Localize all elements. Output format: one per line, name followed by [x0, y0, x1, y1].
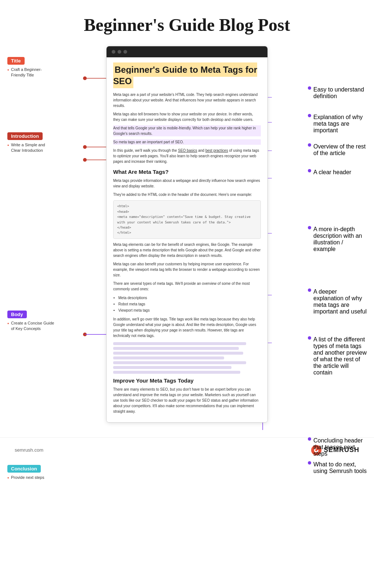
right-dot-6 — [308, 288, 311, 292]
article-title: Beginner's Guide to Meta Tags for SEO — [113, 62, 257, 88]
placeholder-line-1 — [113, 342, 246, 345]
svg-point-3 — [83, 333, 87, 336]
right-dot-3 — [308, 143, 311, 147]
right-annotation-text-8: Concluding header that teases next steps — [313, 437, 367, 457]
intro-para-3: And that tells Google your site is mobil… — [113, 125, 261, 136]
placeholder-line-3 — [113, 352, 243, 355]
right-dot-9 — [308, 461, 311, 465]
intro-badge: Introduction — [7, 132, 43, 140]
placeholder-line-7 — [113, 371, 240, 374]
right-annotation-text-1: Easy to understand definition — [313, 86, 367, 100]
body-bullet: Create a Concise Guide of Key Concepts — [7, 320, 55, 332]
code-block: <html> <head> <meta name="description" c… — [113, 200, 261, 239]
conclusion-header: Improve Your Meta Tags Today — [113, 377, 261, 384]
section1-para1: Meta tags provide information about a we… — [113, 178, 261, 189]
right-annotation-9: What to do next, using Semrush tools — [308, 461, 367, 474]
section1-para4: Meta tags can also benefit your customer… — [113, 261, 261, 278]
right-annotation-8: Concluding header that teases next steps — [308, 437, 367, 457]
intro-para-1: Meta tags are a part of your website's H… — [113, 92, 261, 108]
footer-domain: semrush.com — [15, 447, 43, 453]
conclusion-section: Improve Your Meta Tags Today There are m… — [113, 377, 261, 414]
right-dot-1 — [308, 86, 311, 90]
right-annotation-text-2: Explanation of why meta tags are importa… — [313, 114, 367, 134]
intro-bullet: Write a Simple and Clear Introduction — [7, 142, 55, 154]
browser-mockup: Beginner's Guide to Meta Tags for SEO Me… — [106, 46, 268, 423]
body-badge: Body — [7, 311, 27, 318]
right-annotation-text-6: A deeper explanation of why meta tags ar… — [313, 288, 367, 315]
section1-header: What Are Meta Tags? — [113, 169, 261, 175]
bullet-item-3: Viewport meta tags — [118, 307, 261, 313]
right-annotation-text-9: What to do next, using Semrush tools — [313, 461, 367, 474]
browser-content: Beginner's Guide to Meta Tags for SEO Me… — [107, 57, 267, 422]
placeholder-lines — [113, 342, 261, 374]
conclusion-label-section: Conclusion Provide next steps — [7, 465, 44, 480]
right-annotation-4: A clear header — [308, 169, 351, 176]
conclusion-para: There are many elements to SEO, but you … — [113, 387, 261, 414]
intro-para-5: In this guide, we'll walk you through th… — [113, 148, 261, 164]
intro-label-section: Introduction Write a Simple and Clear In… — [7, 132, 55, 154]
right-annotation-text-5: A more in-depth description with an illu… — [313, 226, 367, 252]
right-dot-4 — [308, 169, 311, 172]
section1-para3: Meta tag elements can be for the benefit… — [113, 242, 261, 258]
svg-point-0 — [83, 76, 87, 80]
right-annotation-text-7: A list of the different types of meta ta… — [313, 336, 367, 376]
intro-para-2: Meta tags also tell browsers how to show… — [113, 111, 261, 122]
bullet-item-1: Meta descriptions — [118, 295, 261, 301]
placeholder-line-4 — [113, 356, 224, 359]
right-annotation-6: A deeper explanation of why meta tags ar… — [308, 288, 367, 315]
right-dot-5 — [308, 226, 311, 229]
placeholder-line-5 — [113, 361, 246, 364]
page-title: Beginner's Guide Blog Post — [0, 0, 374, 46]
right-annotation-7: A list of the different types of meta ta… — [308, 336, 367, 376]
title-badge: Title — [7, 57, 25, 65]
conclusion-bullet: Provide next steps — [7, 475, 44, 480]
right-annotation-3: Overview of the rest of the article — [308, 143, 367, 157]
right-dot-8 — [308, 437, 311, 441]
title-label-section: Title Craft a Beginner-Friendly Title — [7, 57, 55, 78]
browser-dot-3 — [123, 50, 127, 54]
right-annotation-text-3: Overview of the rest of the article — [313, 143, 367, 157]
article-title-wrap: Beginner's Guide to Meta Tags for SEO — [113, 64, 261, 87]
placeholder-line-6 — [113, 366, 231, 369]
right-dot-2 — [308, 114, 311, 117]
conclusion-badge: Conclusion — [7, 465, 41, 473]
svg-point-1 — [83, 145, 87, 149]
section1-para6: In addition, we'll go over title tags. T… — [113, 316, 261, 338]
bullet-list: Meta descriptions Robot meta tags Viewpo… — [118, 295, 261, 313]
browser-dot-2 — [118, 50, 121, 54]
section1-para2: They're added to the HTML code in the he… — [113, 192, 261, 197]
right-annotation-text-4: A clear header — [313, 169, 351, 176]
section1-para5: There are several types of meta tags. We… — [113, 281, 261, 292]
browser-bar — [107, 46, 267, 57]
placeholder-line-2 — [113, 347, 239, 350]
body-label-section: Body Create a Concise Guide of Key Conce… — [7, 311, 55, 332]
browser-dot-1 — [112, 50, 115, 54]
svg-point-2 — [83, 158, 87, 162]
right-dot-7 — [308, 336, 311, 340]
diagram-wrapper: Title Craft a Beginner-Friendly Title In… — [0, 46, 374, 430]
title-bullet: Craft a Beginner-Friendly Title — [7, 67, 55, 78]
bullet-item-2: Robot meta tags — [118, 301, 261, 307]
right-annotation-1: Easy to understand definition — [308, 86, 367, 100]
right-annotation-5: A more in-depth description with an illu… — [308, 226, 367, 252]
intro-para-4: So meta tags are an important part of SE… — [113, 139, 261, 145]
right-annotation-2: Explanation of why meta tags are importa… — [308, 114, 367, 134]
